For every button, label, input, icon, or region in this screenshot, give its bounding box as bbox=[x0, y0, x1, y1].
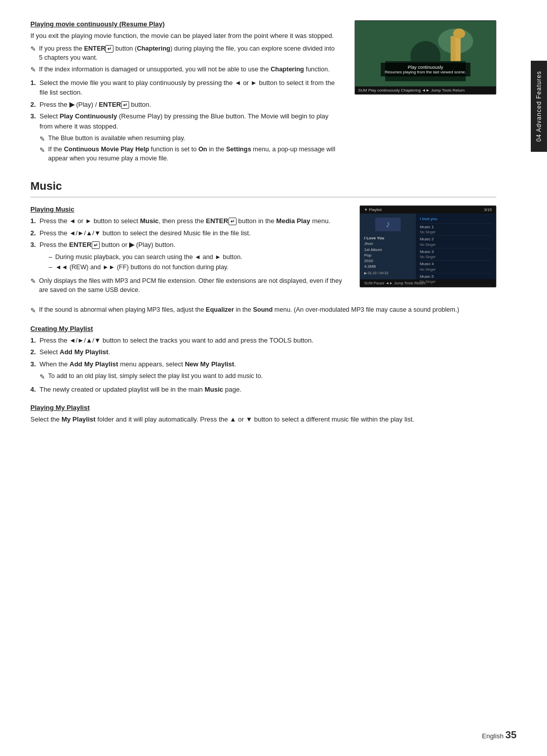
sub-note-icon-1: ✎ bbox=[40, 135, 45, 144]
resume-sub-note2: ✎ If the Continuous Movie Play Help func… bbox=[40, 145, 339, 163]
music-note-icon-1: ✎ bbox=[30, 277, 36, 286]
movie-image: Movie 01.avi 00:04:03 / 00:07:38 1/1 bbox=[355, 21, 496, 87]
svg-rect-3 bbox=[456, 35, 461, 63]
music-list-item-2: Music 2 No Singer bbox=[420, 236, 492, 248]
playing-music-section: Playing Music 1. Press the ◄ or ► button… bbox=[30, 205, 496, 297]
resume-play-title: Playing movie continuously (Resume Play) bbox=[30, 20, 339, 28]
movie-screenshot-box: Movie 01.avi 00:04:03 / 00:07:38 1/1 bbox=[355, 20, 496, 95]
resume-play-intro: If you exit the playing movie function, … bbox=[30, 31, 339, 41]
playlist-step-2: 2. Select Add My Playlist. bbox=[30, 347, 496, 357]
music-list-item-1: Music 1 No Singer bbox=[420, 224, 492, 236]
music-screen-body: ♪ I Love You Jhon 1st Album Pop 2010 4.2… bbox=[360, 214, 496, 279]
resume-step-2: 2. Press the ▶ (Play) / ENTER↵ button. bbox=[30, 100, 339, 110]
playlist-note-icon: ✎ bbox=[40, 372, 45, 382]
dash-note-1: – During music playback, you can search … bbox=[49, 253, 344, 262]
music-list-item-3: Music 3 No Singer bbox=[420, 248, 492, 261]
resume-step-1: 1. Select the movie file you want to pla… bbox=[30, 78, 339, 98]
giraffe-svg bbox=[355, 21, 496, 87]
movie-screenshot: Movie 01.avi 00:04:03 / 00:07:38 1/1 bbox=[355, 20, 496, 164]
svg-point-4 bbox=[453, 28, 465, 38]
music-section-title: Music bbox=[30, 180, 496, 197]
creating-playlist-step4: 4. The newly created or updated playlist… bbox=[30, 385, 496, 395]
playing-music-title: Playing Music bbox=[30, 205, 344, 213]
music-right-panel: I love you Music 1 No Singer Music 2 No … bbox=[416, 214, 496, 279]
language-label: English bbox=[482, 732, 503, 740]
music-note-icon-2: ✎ bbox=[30, 306, 36, 316]
playing-playlist-section: Playing My Playlist Select the My Playli… bbox=[30, 404, 496, 425]
music-list-item-0: I love you bbox=[420, 216, 492, 223]
music-step-1: 1. Press the ◄ or ► button to select Mus… bbox=[30, 216, 344, 226]
playlist-label: ✦ Playlist bbox=[364, 207, 382, 212]
page-footer: English 35 bbox=[482, 729, 517, 741]
music-screen-box: ✦ Playlist 3/15 ♪ I Love You Jhon 1st Al… bbox=[360, 205, 496, 287]
playlist-sub-note: ✎ To add to an old play list, simply sel… bbox=[40, 372, 496, 382]
music-screenshot: ✦ Playlist 3/15 ♪ I Love You Jhon 1st Al… bbox=[360, 205, 496, 297]
resume-sub-note1: ✎ The Blue button is available when resu… bbox=[40, 134, 339, 144]
page-number: 35 bbox=[505, 729, 517, 740]
music-note2: ✎ If the sound is abnormal when playing … bbox=[30, 305, 496, 316]
note-icon-2: ✎ bbox=[30, 65, 36, 75]
resume-note1: ✎ If you press the ENTER↵ button (Chapte… bbox=[30, 44, 339, 62]
resume-play-text: Playing movie continuously (Resume Play)… bbox=[30, 20, 339, 164]
music-screen-top-bar: ✦ Playlist 3/15 bbox=[360, 206, 496, 214]
overlay-line1: Play continuously bbox=[385, 65, 466, 70]
creating-playlist-section: Creating My Playlist 1. Press the ◄/►/▲/… bbox=[30, 325, 496, 395]
resume-step-3: 3. Select Play Continuously (Resume Play… bbox=[30, 111, 339, 131]
music-album-art: ♪ bbox=[375, 218, 401, 231]
sub-note-icon-2: ✎ bbox=[40, 146, 45, 155]
resume-play-section: Playing movie continuously (Resume Play)… bbox=[30, 20, 496, 164]
music-note1: ✎ Only displays the files with MP3 and P… bbox=[30, 276, 344, 295]
playlist-step-1: 1. Press the ◄/►/▲/▼ button to select th… bbox=[30, 335, 496, 346]
playing-music-text: Playing Music 1. Press the ◄ or ► button… bbox=[30, 205, 344, 297]
resume-steps: 1. Select the movie file you want to pla… bbox=[30, 78, 339, 132]
playing-playlist-text: Select the My Playlist folder and it wil… bbox=[30, 414, 496, 425]
music-list-item-4: Music 4 No Singer bbox=[420, 261, 492, 273]
creating-playlist-title: Creating My Playlist bbox=[30, 325, 496, 332]
music-step-3: 3. Press the ENTER↵ button or ▶ (Play) b… bbox=[30, 240, 344, 250]
resume-note2: ✎ If the index information is damaged or… bbox=[30, 65, 339, 75]
playing-playlist-title: Playing My Playlist bbox=[30, 404, 496, 411]
dash-note-2: – ◄◄ (REW) and ►► (FF) buttons do not fu… bbox=[49, 263, 344, 272]
music-left-panel: ♪ I Love You Jhon 1st Album Pop 2010 4.2… bbox=[360, 214, 416, 279]
playing-music-steps: 1. Press the ◄ or ► button to select Mus… bbox=[30, 216, 344, 250]
overlay-line2: Resumes playing from the last viewed sce… bbox=[385, 70, 466, 74]
movie-overlay: Play continuously Resumes playing from t… bbox=[381, 63, 471, 76]
chapter-tab: 04 Advanced Features bbox=[531, 61, 547, 152]
music-step-2: 2. Press the ◄/►/▲/▼ button to select th… bbox=[30, 228, 344, 238]
music-list-item-5: Music 5 No Singer bbox=[420, 273, 492, 285]
creating-playlist-steps: 1. Press the ◄/►/▲/▼ button to select th… bbox=[30, 335, 496, 369]
playlist-step-3: 3. When the Add My Playlist menu appears… bbox=[30, 359, 496, 369]
music-song-info: I Love You Jhon 1st Album Pop 2010 4.2MB bbox=[364, 235, 412, 269]
movie-bottom-bar: SUM Play continuously Chaptering ◄► Jump… bbox=[355, 87, 496, 94]
note-icon-1: ✎ bbox=[30, 45, 36, 54]
playlist-step-4: 4. The newly created or updated playlist… bbox=[30, 385, 496, 395]
playlist-count: 3/15 bbox=[484, 207, 492, 212]
music-time-bar: ▶ 01:10 / 04:32 bbox=[364, 271, 412, 275]
